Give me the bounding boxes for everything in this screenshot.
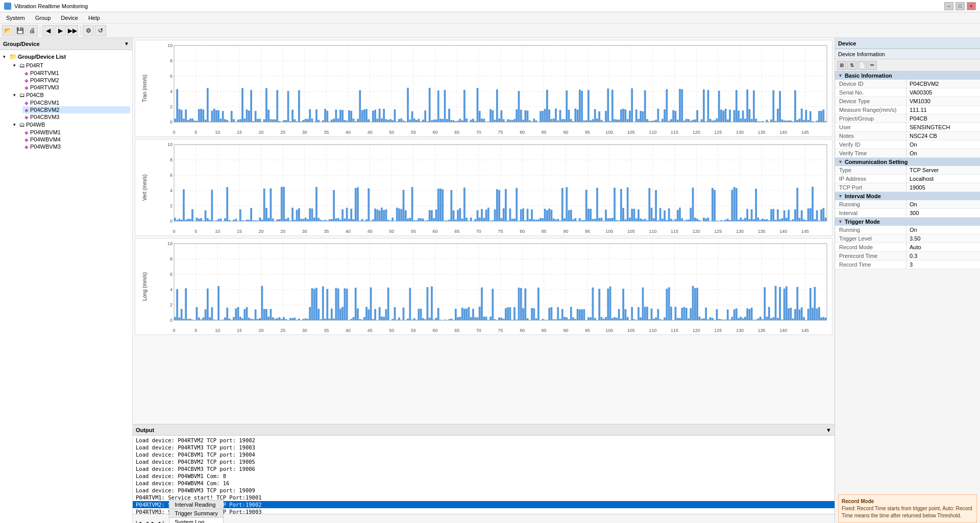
tree-node-p04wbvm4[interactable]: ◆ P04WBVM4	[22, 136, 130, 143]
rp-toolbar-edit[interactable]: ✏	[868, 61, 877, 70]
tree-node-p04cbvm2-label: P04CBVM2	[30, 107, 59, 113]
p04wb-expand-icon: ▾	[13, 122, 18, 127]
output-line[interactable]: Load device: P04CBVM3 TCP port: 19006	[133, 465, 835, 472]
output-line[interactable]: Load device: P04RTVM3 TCP port: 19003	[133, 444, 835, 451]
info-val: NSC24 CB	[906, 132, 980, 140]
toolbar-save[interactable]: 💾	[14, 25, 26, 36]
p04rtvm1-device-icon: ◆	[24, 70, 29, 76]
menu-help[interactable]: Help	[86, 14, 102, 21]
toolbar-settings[interactable]: ⚙	[83, 25, 94, 36]
chart-vert-ylabel: Vert (mm/s)	[135, 139, 154, 235]
info-row: TypeTCP Server	[835, 166, 980, 175]
output-line[interactable]: Load device: P04CBVM2 TCP port: 19005	[133, 458, 835, 465]
tree-node-p04cbvm1-label: P04CBVM1	[30, 100, 59, 106]
toolbar-refresh[interactable]: ↺	[95, 25, 106, 36]
info-row: Device TypeVM1030	[835, 97, 980, 106]
output-nav-next[interactable]: ▶	[151, 520, 157, 523]
output-line[interactable]: P04RTVM2: Service start! TCP Port:19002	[133, 501, 835, 508]
info-key: Serial No.	[835, 88, 906, 97]
toolbar: 📂 💾 🖨 ◀ ▶ ▶▶ ⚙ ↺	[0, 23, 980, 38]
info-row: Record ModeAuto	[835, 243, 980, 252]
info-key: Interval	[835, 209, 906, 217]
tree-node-p04wbvm3[interactable]: ◆ P04WBVM3	[22, 143, 130, 150]
output-tabs-list: Interval ReadingTrigger SummarySystem Lo…	[169, 500, 225, 523]
output-line[interactable]: Load device: P04WBVM4 Com: 16	[133, 480, 835, 487]
menu-device[interactable]: Device	[59, 14, 80, 21]
p04rt-folder-icon: 🗂	[19, 62, 25, 68]
output-tab-interval-reading[interactable]: Interval Reading	[169, 500, 224, 509]
info-key: Record Mode	[835, 243, 906, 251]
output-collapse-icon[interactable]: ▼	[826, 427, 831, 433]
tree-group-p04cb[interactable]: ▾ 🗂 P04CB	[12, 91, 130, 99]
output-content[interactable]: Load device: P04RTVM2 TCP port: 19002Loa…	[133, 436, 835, 514]
info-section-basic-information[interactable]: ▼ Basic Information	[835, 72, 980, 80]
toolbar-start[interactable]: ▶▶	[67, 25, 78, 36]
output-line[interactable]: Load device: P04WBVM1 Com: 8	[133, 472, 835, 480]
chart-vert-plot[interactable]	[154, 139, 832, 235]
tree-node-p04cbvm1[interactable]: ◆ P04CBVM1	[22, 99, 130, 106]
output-line[interactable]: Load device: P04WBVM3 TCP port: 19009	[133, 487, 835, 494]
info-val: 3.50	[906, 234, 980, 243]
tree-root-label: Group/Device List	[18, 54, 66, 60]
app-icon	[4, 3, 11, 10]
output-line[interactable]: P04RTVM1: Service start! TCP Port:19001	[133, 494, 835, 501]
output-nav-first[interactable]: |◀	[135, 520, 142, 523]
info-val: TCP Server	[906, 166, 980, 174]
sidebar-header: Group/Device ▼	[0, 38, 132, 50]
tree-node-p04rtvm1[interactable]: ◆ P04RTVM1	[22, 69, 130, 77]
tree-node-p04cbvm2[interactable]: ◆ P04CBVM2	[22, 106, 130, 113]
info-row: NotesNSC24 CB	[835, 132, 980, 140]
window-controls[interactable]: – □ ×	[944, 2, 976, 10]
tree-node-p04wbvm1[interactable]: ◆ P04WBVM1	[22, 129, 130, 136]
info-key: Record Time	[835, 260, 906, 269]
menu-group[interactable]: Group	[33, 14, 53, 21]
right-panel-subtitle: Device Information	[835, 49, 980, 59]
info-key: Measure Range(mm/s)	[835, 106, 906, 114]
info-val: Localhost	[906, 175, 980, 183]
right-panel-title: Device	[835, 38, 980, 49]
toolbar-forward[interactable]: ▶	[55, 25, 66, 36]
info-val: P04CBVM2	[906, 80, 980, 88]
toolbar-open[interactable]: 📂	[2, 25, 13, 36]
output-line[interactable]: P04RTVM3: Service start! TCP Port:19003	[133, 508, 835, 514]
sidebar-dropdown-icon[interactable]: ▼	[124, 41, 129, 46]
output-tab-trigger-summary[interactable]: Trigger Summary	[169, 509, 224, 517]
info-section-trigger-mode[interactable]: ▼ Trigger Mode	[835, 218, 980, 226]
chart-long-ylabel: Long (mm/s)	[135, 239, 154, 335]
output-tab-system-log[interactable]: System Log	[169, 517, 224, 523]
tree-node-p04wbvm3-label: P04WBVM3	[30, 144, 61, 150]
info-section-interval-mode[interactable]: ▼ Interval Mode	[835, 192, 980, 200]
right-panel-toolbar: ⊞ ⇅ 📄 ✏	[835, 59, 980, 72]
info-section-communication-setting[interactable]: ▼ Communication Setting	[835, 158, 980, 166]
chart-tran-plot[interactable]	[154, 40, 832, 136]
info-row: Serial No.VA00305	[835, 88, 980, 97]
tree-node-p04rtvm2-label: P04RTVM2	[30, 77, 59, 83]
output-line[interactable]: Load device: P04RTVM2 TCP port: 19002	[133, 437, 835, 444]
rp-toolbar-sort[interactable]: ⇅	[847, 61, 856, 70]
tree-group-p04wb[interactable]: ▾ 🗂 P04WB	[12, 121, 130, 129]
info-row: Interval300	[835, 209, 980, 218]
record-mode-note-text: Fixed: Record Time starts from trigger p…	[842, 506, 972, 518]
info-val: On	[906, 226, 980, 234]
toolbar-print[interactable]: 🖨	[27, 25, 38, 36]
info-key: Verify Time	[835, 149, 906, 157]
tree-node-p04cbvm3-label: P04CBVM3	[30, 114, 59, 120]
rp-toolbar-doc[interactable]: 📄	[857, 61, 867, 70]
output-nav-prev[interactable]: ◀	[143, 520, 150, 523]
restore-button[interactable]: □	[955, 2, 965, 10]
info-key: Running	[835, 226, 906, 234]
minimize-button[interactable]: –	[944, 2, 953, 10]
output-line[interactable]: Load device: P04CBVM1 TCP port: 19004	[133, 451, 835, 458]
close-button[interactable]: ×	[967, 2, 976, 10]
rp-toolbar-grid[interactable]: ⊞	[837, 61, 846, 70]
tree-group-p04rt[interactable]: ▾ 🗂 P04RT	[12, 61, 130, 69]
tree-node-p04rtvm2[interactable]: ◆ P04RTVM2	[22, 77, 130, 84]
info-val: 19005	[906, 183, 980, 192]
tree-node-p04rtvm3[interactable]: ◆ P04RTVM3	[22, 84, 130, 91]
menu-system[interactable]: System	[4, 14, 27, 21]
output-nav-last[interactable]: ▶|	[158, 520, 165, 523]
toolbar-back[interactable]: ◀	[42, 25, 54, 36]
tree-root[interactable]: ▾ 📁 Group/Device List	[2, 52, 130, 61]
tree-node-p04cbvm3[interactable]: ◆ P04CBVM3	[22, 113, 130, 121]
chart-long-plot[interactable]	[154, 239, 832, 335]
